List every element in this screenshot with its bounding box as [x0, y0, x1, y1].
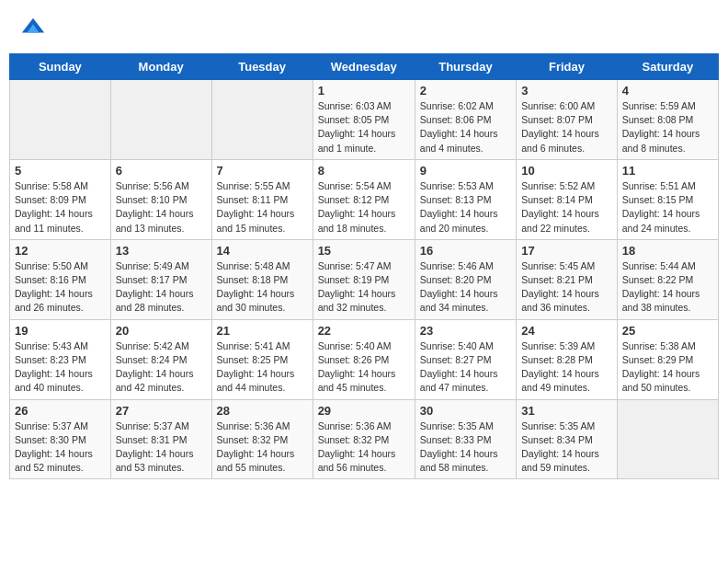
day-info: Sunrise: 5:35 AM Sunset: 8:33 PM Dayligh…	[420, 419, 511, 476]
calendar-cell: 28Sunrise: 5:36 AM Sunset: 8:32 PM Dayli…	[211, 399, 313, 479]
calendar-cell: 17Sunrise: 5:45 AM Sunset: 8:21 PM Dayli…	[517, 239, 618, 319]
calendar-cell	[617, 399, 718, 479]
day-number: 25	[622, 324, 713, 338]
day-info: Sunrise: 5:39 AM Sunset: 8:28 PM Dayligh…	[521, 339, 612, 396]
day-info: Sunrise: 5:50 AM Sunset: 8:16 PM Dayligh…	[15, 259, 106, 316]
calendar-cell: 4Sunrise: 5:59 AM Sunset: 8:08 PM Daylig…	[617, 80, 718, 160]
day-info: Sunrise: 5:55 AM Sunset: 8:11 PM Dayligh…	[217, 179, 308, 236]
calendar-cell: 7Sunrise: 5:55 AM Sunset: 8:11 PM Daylig…	[211, 159, 313, 239]
day-number: 18	[622, 244, 713, 258]
page-header	[9, 9, 719, 44]
day-info: Sunrise: 5:36 AM Sunset: 8:32 PM Dayligh…	[217, 419, 308, 476]
calendar-week-row: 5Sunrise: 5:58 AM Sunset: 8:09 PM Daylig…	[10, 159, 719, 239]
calendar-cell: 3Sunrise: 6:00 AM Sunset: 8:07 PM Daylig…	[517, 80, 618, 160]
day-number: 11	[622, 164, 713, 178]
calendar-cell: 30Sunrise: 5:35 AM Sunset: 8:33 PM Dayli…	[415, 399, 516, 479]
day-info: Sunrise: 5:54 AM Sunset: 8:12 PM Dayligh…	[318, 179, 410, 236]
day-header-thursday: Thursday	[415, 54, 516, 80]
day-info: Sunrise: 5:40 AM Sunset: 8:27 PM Dayligh…	[420, 339, 511, 396]
day-info: Sunrise: 5:38 AM Sunset: 8:29 PM Dayligh…	[622, 339, 713, 396]
calendar-cell	[211, 80, 313, 160]
day-number: 6	[116, 164, 207, 178]
day-number: 4	[622, 84, 713, 98]
day-number: 28	[217, 404, 308, 418]
calendar-cell: 1Sunrise: 6:03 AM Sunset: 8:05 PM Daylig…	[313, 80, 415, 160]
day-number: 10	[521, 164, 612, 178]
day-info: Sunrise: 5:59 AM Sunset: 8:08 PM Dayligh…	[622, 99, 713, 155]
calendar-week-row: 1Sunrise: 6:03 AM Sunset: 8:05 PM Daylig…	[10, 80, 719, 160]
day-number: 19	[15, 324, 106, 338]
day-info: Sunrise: 5:51 AM Sunset: 8:15 PM Dayligh…	[622, 179, 713, 236]
calendar-cell: 21Sunrise: 5:41 AM Sunset: 8:25 PM Dayli…	[211, 319, 313, 399]
day-info: Sunrise: 5:43 AM Sunset: 8:23 PM Dayligh…	[15, 339, 106, 396]
day-number: 26	[15, 404, 106, 418]
calendar-cell: 20Sunrise: 5:42 AM Sunset: 8:24 PM Dayli…	[110, 319, 211, 399]
calendar-table: SundayMondayTuesdayWednesdayThursdayFrid…	[9, 53, 719, 479]
calendar-cell: 6Sunrise: 5:56 AM Sunset: 8:10 PM Daylig…	[110, 159, 211, 239]
day-info: Sunrise: 5:52 AM Sunset: 8:14 PM Dayligh…	[521, 179, 612, 236]
day-info: Sunrise: 6:03 AM Sunset: 8:05 PM Dayligh…	[318, 99, 410, 155]
calendar-cell: 12Sunrise: 5:50 AM Sunset: 8:16 PM Dayli…	[10, 239, 111, 319]
logo	[18, 14, 46, 40]
calendar-cell: 11Sunrise: 5:51 AM Sunset: 8:15 PM Dayli…	[617, 159, 718, 239]
day-info: Sunrise: 6:02 AM Sunset: 8:06 PM Dayligh…	[420, 99, 511, 155]
calendar-cell: 18Sunrise: 5:44 AM Sunset: 8:22 PM Dayli…	[617, 239, 718, 319]
day-info: Sunrise: 5:58 AM Sunset: 8:09 PM Dayligh…	[15, 179, 106, 236]
day-number: 3	[521, 84, 612, 98]
day-header-wednesday: Wednesday	[313, 54, 415, 80]
day-header-saturday: Saturday	[617, 54, 718, 80]
day-number: 23	[420, 324, 511, 338]
day-number: 2	[420, 84, 511, 98]
calendar-cell	[110, 80, 211, 160]
calendar-cell: 16Sunrise: 5:46 AM Sunset: 8:20 PM Dayli…	[415, 239, 516, 319]
day-info: Sunrise: 5:40 AM Sunset: 8:26 PM Dayligh…	[318, 339, 410, 396]
calendar-cell: 25Sunrise: 5:38 AM Sunset: 8:29 PM Dayli…	[617, 319, 718, 399]
calendar-cell: 19Sunrise: 5:43 AM Sunset: 8:23 PM Dayli…	[10, 319, 111, 399]
day-info: Sunrise: 5:42 AM Sunset: 8:24 PM Dayligh…	[116, 339, 207, 396]
calendar-cell: 15Sunrise: 5:47 AM Sunset: 8:19 PM Dayli…	[313, 239, 415, 319]
day-number: 27	[116, 404, 207, 418]
calendar-week-row: 12Sunrise: 5:50 AM Sunset: 8:16 PM Dayli…	[10, 239, 719, 319]
calendar-cell: 29Sunrise: 5:36 AM Sunset: 8:32 PM Dayli…	[313, 399, 415, 479]
day-number: 24	[521, 324, 612, 338]
calendar-cell: 24Sunrise: 5:39 AM Sunset: 8:28 PM Dayli…	[517, 319, 618, 399]
day-info: Sunrise: 6:00 AM Sunset: 8:07 PM Dayligh…	[521, 99, 612, 155]
day-number: 8	[318, 164, 410, 178]
day-number: 12	[15, 244, 106, 258]
day-info: Sunrise: 5:46 AM Sunset: 8:20 PM Dayligh…	[420, 259, 511, 316]
calendar-cell: 23Sunrise: 5:40 AM Sunset: 8:27 PM Dayli…	[415, 319, 516, 399]
day-info: Sunrise: 5:44 AM Sunset: 8:22 PM Dayligh…	[622, 259, 713, 316]
calendar-cell: 10Sunrise: 5:52 AM Sunset: 8:14 PM Dayli…	[517, 159, 618, 239]
day-number: 7	[217, 164, 308, 178]
day-number: 30	[420, 404, 511, 418]
day-header-monday: Monday	[110, 54, 211, 80]
day-info: Sunrise: 5:36 AM Sunset: 8:32 PM Dayligh…	[318, 419, 410, 476]
calendar-cell: 13Sunrise: 5:49 AM Sunset: 8:17 PM Dayli…	[110, 239, 211, 319]
calendar-header-row: SundayMondayTuesdayWednesdayThursdayFrid…	[10, 54, 719, 80]
day-info: Sunrise: 5:48 AM Sunset: 8:18 PM Dayligh…	[217, 259, 308, 316]
day-info: Sunrise: 5:56 AM Sunset: 8:10 PM Dayligh…	[116, 179, 207, 236]
day-number: 29	[318, 404, 410, 418]
day-number: 21	[217, 324, 308, 338]
day-number: 9	[420, 164, 511, 178]
calendar-cell: 2Sunrise: 6:02 AM Sunset: 8:06 PM Daylig…	[415, 80, 516, 160]
day-info: Sunrise: 5:41 AM Sunset: 8:25 PM Dayligh…	[217, 339, 308, 396]
day-number: 13	[116, 244, 207, 258]
day-number: 5	[15, 164, 106, 178]
calendar-cell: 8Sunrise: 5:54 AM Sunset: 8:12 PM Daylig…	[313, 159, 415, 239]
day-number: 20	[116, 324, 207, 338]
day-info: Sunrise: 5:47 AM Sunset: 8:19 PM Dayligh…	[318, 259, 410, 316]
day-number: 16	[420, 244, 511, 258]
day-header-sunday: Sunday	[10, 54, 111, 80]
day-info: Sunrise: 5:37 AM Sunset: 8:30 PM Dayligh…	[15, 419, 106, 476]
calendar-cell	[10, 80, 111, 160]
calendar-cell: 5Sunrise: 5:58 AM Sunset: 8:09 PM Daylig…	[10, 159, 111, 239]
day-number: 17	[521, 244, 612, 258]
day-number: 15	[318, 244, 410, 258]
day-info: Sunrise: 5:45 AM Sunset: 8:21 PM Dayligh…	[521, 259, 612, 316]
calendar-cell: 14Sunrise: 5:48 AM Sunset: 8:18 PM Dayli…	[211, 239, 313, 319]
day-info: Sunrise: 5:37 AM Sunset: 8:31 PM Dayligh…	[116, 419, 207, 476]
calendar-week-row: 26Sunrise: 5:37 AM Sunset: 8:30 PM Dayli…	[10, 399, 719, 479]
day-info: Sunrise: 5:35 AM Sunset: 8:34 PM Dayligh…	[521, 419, 612, 476]
logo-icon	[20, 14, 46, 40]
